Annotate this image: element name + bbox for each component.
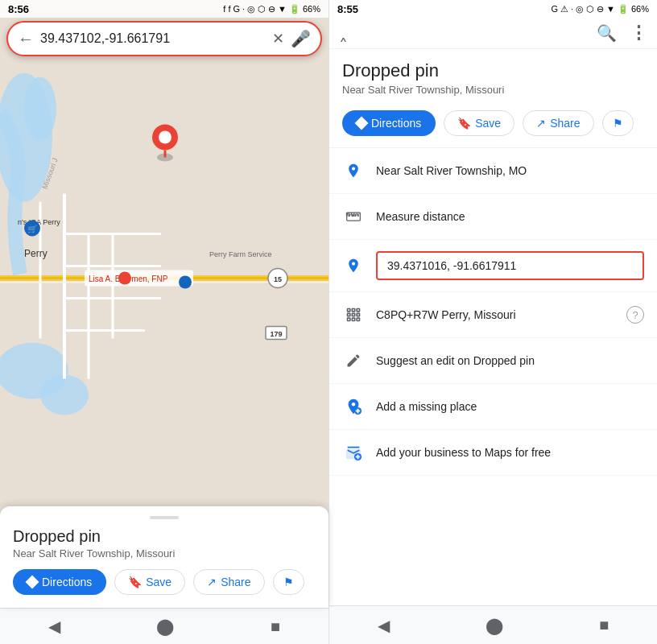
flag-button-right[interactable]: ⚑ (602, 110, 634, 136)
loc-icon: ◎ (247, 4, 255, 14)
directions-diamond-icon (26, 576, 39, 589)
bottom-sheet-handle (150, 516, 179, 519)
search-clear-button[interactable]: ✕ (272, 30, 284, 47)
place-header: Dropped pin Near Salt River Township, Mi… (329, 49, 657, 102)
svg-rect-45 (352, 313, 354, 316)
flag-button-left[interactable]: ⚑ (273, 569, 304, 595)
search-input-value[interactable]: 39.437102,-91.661791 (40, 31, 266, 46)
add-place-icon (342, 395, 365, 418)
pluscode-icon (342, 303, 365, 326)
svg-rect-46 (357, 313, 359, 316)
search-mic-button[interactable]: 🎤 (291, 29, 311, 48)
list-item-location: Near Salt River Township, MO (329, 148, 657, 194)
measure-text: Measure distance (376, 210, 644, 223)
list-item-coords[interactable]: 39.4371016, -91.6617911 (329, 240, 657, 292)
left-status-icons: f f G · ◎ ⬡ ⊖ ▼ 🔋 66% (223, 4, 320, 14)
location-icon (342, 159, 365, 182)
search-button-right[interactable]: 🔍 (597, 23, 617, 43)
search-back-button[interactable]: ← (18, 30, 34, 48)
nav-square-right[interactable]: ■ (599, 616, 609, 634)
add-business-text: Add your business to Maps for free (376, 446, 644, 459)
svg-rect-41 (348, 309, 350, 312)
dot-icon: · (242, 4, 245, 14)
action-row-right: Directions 🔖 Save ↗ Share ⚑ (329, 102, 657, 148)
share-icon-left: ↗ (207, 576, 217, 588)
g-icon: G (233, 4, 240, 14)
top-bar-right: ˅ 🔍 ⋮ (329, 18, 657, 49)
share-label-right: Share (550, 117, 580, 130)
nav-square-left[interactable]: ■ (271, 617, 280, 636)
g-icon-right: G (551, 4, 558, 14)
suggest-edit-text: Suggest an edit on Dropped pin (376, 354, 644, 367)
svg-point-2 (24, 77, 56, 142)
nav-home-left[interactable]: ⬤ (156, 617, 174, 636)
list-item-suggest-edit[interactable]: Suggest an edit on Dropped pin (329, 338, 657, 384)
list-item-pluscode[interactable]: C8PQ+R7W Perry, Missouri ? (329, 292, 657, 338)
right-time: 8:55 (337, 3, 358, 15)
dot-icon-right: · (571, 4, 573, 14)
more-button-right[interactable]: ⋮ (630, 23, 647, 43)
list-item-add-place[interactable]: Add a missing place (329, 384, 657, 430)
ruler-icon (342, 205, 365, 228)
save-button-right[interactable]: 🔖 Save (444, 110, 514, 136)
share-button-right[interactable]: ↗ Share (523, 110, 593, 136)
share-label-left: Share (221, 576, 250, 588)
bottom-sheet: Dropped pin Near Salt River Township, Mi… (0, 506, 328, 608)
battery-pct-right: 66% (631, 4, 649, 14)
search-bar[interactable]: ← 39.437102,-91.661791 ✕ 🎤 (6, 21, 322, 56)
status-bar-left: 8:56 f f G · ◎ ⬡ ⊖ ▼ 🔋 66% (0, 0, 328, 18)
save-button-left[interactable]: 🔖 Save (114, 569, 185, 595)
svg-rect-49 (357, 318, 359, 320)
share-button-left[interactable]: ↗ Share (193, 569, 264, 595)
list-item-measure[interactable]: Measure distance (329, 194, 657, 240)
right-status-icons: G ⚠ · ◎ ⬡ ⊖ ▼ 🔋 66% (551, 4, 649, 14)
svg-rect-42 (352, 309, 354, 312)
save-label-left: Save (146, 576, 171, 588)
svg-text:Perry Farm Service: Perry Farm Service (209, 250, 272, 258)
top-bar-right-icons: 🔍 ⋮ (597, 23, 647, 43)
place-title: Dropped pin (342, 60, 644, 81)
svg-point-34 (159, 131, 171, 144)
bs-title: Dropped pin (13, 527, 316, 546)
svg-rect-48 (352, 318, 354, 320)
location-text: Near Salt River Township, MO (376, 164, 644, 177)
nav-back-left[interactable]: ◀ (48, 617, 60, 636)
nav-back-right[interactable]: ◀ (378, 616, 390, 635)
battery-left: 🔋 (289, 4, 300, 14)
svg-text:179: 179 (270, 330, 282, 338)
info-list: Near Salt River Township, MO Measure dis… (329, 148, 657, 605)
battery-pct-left: 66% (303, 4, 320, 14)
svg-point-4 (40, 375, 89, 415)
status-bar-right: 8:55 G ⚠ · ◎ ⬡ ⊖ ▼ 🔋 66% (329, 0, 657, 18)
nav-bar-right: ◀ ⬤ ■ (329, 605, 657, 644)
warning-icon-right: ⚠ (560, 4, 568, 14)
bookmark-icon-right: 🔖 (457, 117, 471, 130)
directions-button-left[interactable]: Directions (13, 569, 106, 595)
map-svg: 15 179 Perry Perry Farm Service n's IGA … (0, 0, 328, 468)
bs-subtitle: Near Salt River Township, Missouri (13, 547, 316, 559)
add-business-icon (342, 441, 365, 464)
bookmark-icon-left: 🔖 (128, 576, 142, 588)
minus-icon-right: ⊖ (597, 4, 604, 14)
place-subtitle: Near Salt River Township, Missouri (342, 84, 644, 96)
battery-right: 🔋 (618, 4, 629, 14)
fb-icon1: f (223, 4, 225, 14)
bs-actions: Directions 🔖 Save ↗ Share ⚑ (13, 569, 316, 595)
directions-button-right[interactable]: Directions (342, 110, 436, 136)
svg-rect-29 (122, 275, 128, 282)
nav-bar-left: ◀ ⬤ ■ (0, 608, 328, 644)
svg-rect-43 (357, 309, 359, 312)
svg-text:🛒: 🛒 (27, 224, 38, 234)
share-icon-right: ↗ (536, 117, 546, 130)
add-place-text: Add a missing place (376, 400, 644, 413)
pencil-icon (342, 349, 365, 372)
loc-icon-right: ◎ (576, 4, 584, 14)
nav-home-right[interactable]: ⬤ (486, 616, 503, 635)
collapse-button[interactable]: ˅ (339, 23, 348, 43)
pluscode-help-icon[interactable]: ? (626, 306, 644, 324)
minus-icon: ⊖ (268, 4, 275, 14)
wifi-icon-right: ▼ (606, 4, 615, 14)
list-item-add-business[interactable]: Add your business to Maps for free (329, 430, 657, 476)
coords-text: 39.4371016, -91.6617911 (376, 251, 644, 280)
svg-rect-44 (348, 313, 350, 316)
